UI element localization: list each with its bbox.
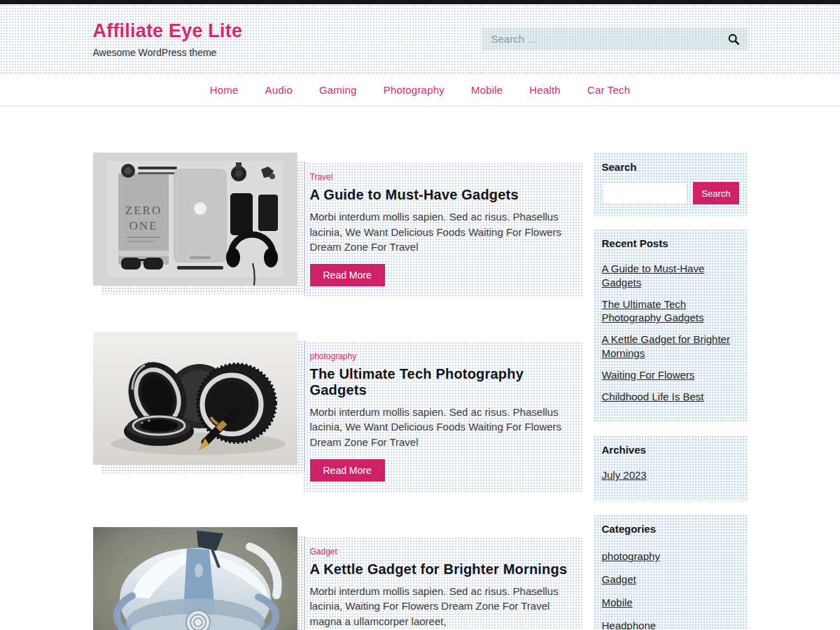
- nav-item-gaming[interactable]: Gaming: [319, 84, 357, 97]
- category-item: Gadget: [602, 569, 739, 592]
- kettle-image: [93, 527, 298, 630]
- recent-post-link[interactable]: Childhood Life Is Best: [602, 391, 704, 402]
- widget-categories: Categories photography Gadget Mobile Hea…: [594, 514, 748, 630]
- sidebar-search-button[interactable]: Search: [693, 182, 738, 204]
- sidebar: Search Search Recent Posts A Guide to Mu…: [594, 153, 748, 630]
- site-branding: Affiliate Eye Lite Awesome WordPress the…: [93, 20, 243, 58]
- archive-item: July 2023: [602, 468, 739, 482]
- post-thumbnail-lens-adapters: [93, 332, 298, 465]
- recent-post-link[interactable]: A Kettle Gadget for Brighter Mornings: [602, 333, 730, 359]
- category-item: photography: [602, 546, 739, 569]
- nav-item-car-tech[interactable]: Car Tech: [587, 84, 630, 97]
- post-category-link[interactable]: Gadget: [310, 547, 337, 556]
- site-header: Affiliate Eye Lite Awesome WordPress the…: [0, 4, 840, 74]
- post-excerpt: Morbi interdum mollis sapien. Sed ac ris…: [310, 405, 572, 450]
- nav-link-gaming[interactable]: Gaming: [319, 84, 357, 96]
- category-item: Headphone: [602, 615, 739, 630]
- post-card-3: Gadget A Kettle Gadget for Brighter Morn…: [93, 527, 583, 630]
- nav-item-home[interactable]: Home: [210, 84, 239, 97]
- post-card-2: photography The Ultimate Tech Photograph…: [93, 332, 583, 492]
- post-body: Travel A Guide to Must-Have Gadgets Morb…: [303, 162, 583, 297]
- post-excerpt: Morbi interdum mollis sapien. Sed ac ris…: [310, 584, 572, 629]
- nav-link-audio[interactable]: Audio: [265, 84, 293, 96]
- post-body: Gadget A Kettle Gadget for Brighter Morn…: [303, 537, 583, 630]
- nav-link-health[interactable]: Health: [529, 84, 561, 96]
- post-title: A Kettle Gadget for Brighter Mornings: [310, 561, 572, 578]
- widget-archives-title: Archives: [602, 444, 739, 456]
- post-excerpt: Morbi interdum mollis sapien. Sed ac ris…: [310, 209, 572, 255]
- recent-post-item: A Kettle Gadget for Brighter Mornings: [602, 332, 739, 360]
- post-title-link[interactable]: A Kettle Gadget for Brighter Mornings: [310, 561, 568, 577]
- post-title: A Guide to Must-Have Gadgets: [310, 187, 572, 203]
- recent-post-link[interactable]: Waiting For Flowers: [602, 369, 695, 381]
- category-item: Mobile: [602, 592, 739, 615]
- post-category-link[interactable]: Travel: [310, 172, 333, 182]
- category-link[interactable]: Gadget: [602, 573, 636, 585]
- recent-post-link[interactable]: A Guide to Must-Have Gadgets: [602, 262, 705, 288]
- gadgets-flatlay-image: ZERO ONE: [93, 153, 298, 286]
- site-tagline: Awesome WordPress theme: [93, 47, 243, 58]
- nav-link-photography[interactable]: Photography: [384, 84, 444, 96]
- header-search-button[interactable]: [724, 30, 743, 48]
- nav-item-health[interactable]: Health: [529, 84, 561, 97]
- svg-text:ONE: ONE: [129, 219, 158, 232]
- post-thumbnail-gadgets-flatlay: ZERO ONE: [93, 153, 298, 286]
- search-icon: [727, 33, 740, 46]
- header-search-input[interactable]: [482, 27, 748, 50]
- post-body: photography The Ultimate Tech Photograph…: [303, 342, 583, 492]
- widget-search-title: Search: [602, 161, 739, 173]
- recent-post-item: Childhood Life Is Best: [602, 390, 739, 404]
- post-title: The Ultimate Tech Photography Gadgets: [310, 366, 572, 398]
- sidebar-search-input[interactable]: [602, 182, 688, 204]
- recent-post-link[interactable]: The Ultimate Tech Photography Gadgets: [602, 298, 704, 324]
- widget-recent-posts: Recent Posts A Guide to Must-Have Gadget…: [594, 229, 748, 422]
- svg-text:ZERO: ZERO: [125, 204, 161, 217]
- post-title-link[interactable]: The Ultimate Tech Photography Gadgets: [310, 366, 524, 398]
- header-search-form: [482, 27, 748, 50]
- category-link[interactable]: Headphone: [602, 620, 657, 630]
- posts-list: ZERO ONE: [93, 153, 583, 630]
- lens-adapters-image: [93, 332, 298, 465]
- widget-recent-posts-title: Recent Posts: [602, 237, 739, 249]
- recent-post-item: A Guide to Must-Have Gadgets: [602, 262, 739, 290]
- category-link[interactable]: Mobile: [602, 596, 633, 608]
- read-more-button[interactable]: Read More: [310, 264, 385, 286]
- widget-search: Search Search: [594, 153, 748, 216]
- recent-post-item: The Ultimate Tech Photography Gadgets: [602, 298, 739, 326]
- nav-item-audio[interactable]: Audio: [265, 84, 293, 97]
- archive-link[interactable]: July 2023: [602, 469, 647, 481]
- site-title[interactable]: Affiliate Eye Lite: [93, 20, 243, 42]
- widget-categories-title: Categories: [602, 523, 739, 535]
- recent-post-item: Waiting For Flowers: [602, 368, 739, 382]
- post-thumbnail-kettle: [93, 527, 298, 630]
- widget-archives: Archives July 2023: [594, 435, 748, 501]
- post-card-1: ZERO ONE: [93, 153, 583, 297]
- nav-link-car-tech[interactable]: Car Tech: [587, 84, 630, 96]
- nav-link-mobile[interactable]: Mobile: [471, 84, 503, 96]
- post-title-link[interactable]: A Guide to Must-Have Gadgets: [310, 187, 519, 202]
- primary-navigation: Home Audio Gaming Photography Mobile Hea…: [0, 74, 840, 106]
- nav-link-home[interactable]: Home: [210, 84, 239, 96]
- nav-item-mobile[interactable]: Mobile: [471, 84, 503, 97]
- read-more-button[interactable]: Read More: [310, 459, 385, 482]
- category-link[interactable]: photography: [602, 550, 660, 562]
- post-category-link[interactable]: photography: [310, 351, 357, 361]
- nav-item-photography[interactable]: Photography: [384, 84, 444, 97]
